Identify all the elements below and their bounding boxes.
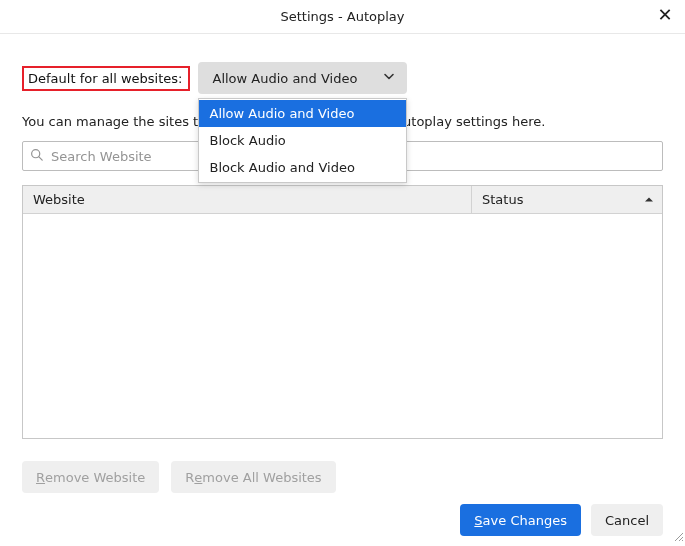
dropdown-option-block-audio[interactable]: Block Audio	[199, 127, 406, 154]
default-autoplay-select[interactable]: Allow Audio and Video	[198, 62, 407, 94]
svg-line-4	[682, 540, 683, 541]
websites-table-body	[23, 214, 662, 438]
chevron-down-icon	[383, 71, 395, 86]
manage-text-post: oplay settings here.	[416, 114, 545, 129]
remove-website-button: Remove Website	[22, 461, 159, 493]
column-header-website[interactable]: Website	[23, 186, 472, 213]
default-for-all-websites-label: Default for all websites:	[22, 66, 190, 91]
remove-all-pre: R	[185, 470, 194, 485]
cancel-button[interactable]: Cancel	[591, 504, 663, 536]
websites-table: Website Status	[22, 185, 663, 439]
manage-text-pre: You can manage the sites	[22, 114, 189, 129]
save-changes-button[interactable]: Save Changes	[460, 504, 581, 536]
titlebar: Settings - Autoplay ✕	[0, 0, 685, 34]
dropdown-option-allow-audio-video[interactable]: Allow Audio and Video	[199, 100, 406, 127]
dialog-title: Settings - Autoplay	[281, 9, 405, 24]
default-autoplay-dropdown: Allow Audio and Video Block Audio Block …	[198, 98, 407, 183]
remove-all-websites-button: Remove All Websites	[171, 461, 335, 493]
resize-grip-icon	[672, 530, 684, 545]
column-header-website-label: Website	[33, 192, 85, 207]
svg-line-2	[675, 533, 683, 541]
dropdown-option-block-audio-video[interactable]: Block Audio and Video	[199, 154, 406, 181]
close-icon[interactable]: ✕	[655, 6, 675, 26]
remove-all-accesskey: e	[194, 470, 202, 485]
default-autoplay-select-value: Allow Audio and Video	[212, 71, 357, 86]
column-header-status-label: Status	[482, 192, 523, 207]
save-accesskey: S	[474, 513, 482, 528]
sort-indicator-icon	[644, 192, 654, 207]
remove-all-rest: move All Websites	[202, 470, 321, 485]
remove-website-accesskey: R	[36, 470, 45, 485]
save-rest: ave Changes	[483, 513, 567, 528]
remove-website-rest: emove Website	[45, 470, 145, 485]
column-header-status[interactable]: Status	[472, 186, 662, 213]
svg-line-3	[679, 537, 683, 541]
